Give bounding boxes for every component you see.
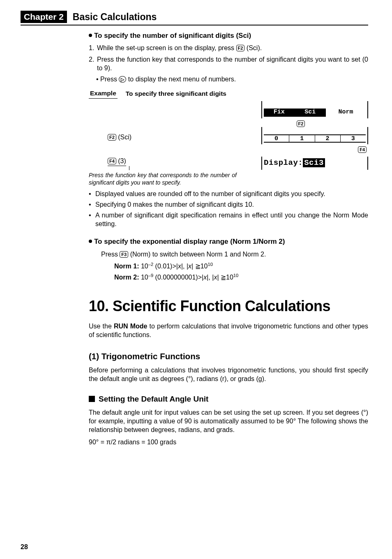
lcd-text: Display: <box>264 158 303 167</box>
chapter-title: Basic Calculations <box>73 12 157 23</box>
divider <box>21 25 368 25</box>
norm-heading-text: To specify the exponential display range… <box>94 238 285 245</box>
list-item: Specifying 0 makes the number of signifi… <box>95 200 368 209</box>
bullet-icon <box>89 240 92 243</box>
angle-body: The default angle unit for input values … <box>89 408 368 434</box>
lcd-cell: Norm <box>326 109 366 117</box>
norm2-line: Norm 2: 10–9 (0.000000001)>|x|, |x| ≧101… <box>114 273 368 282</box>
step-text: While the set-up screen is on the displa… <box>97 44 368 52</box>
trig-body: Before performing a calculations that in… <box>89 366 368 383</box>
example-row: Example To specify three significant dig… <box>89 89 368 99</box>
example-note: Press the function key that corresponds … <box>89 171 237 186</box>
lcd-cell: 0 <box>264 135 289 143</box>
key-f2: F2 <box>236 45 245 51</box>
lcd-display-1: Fix Sci Norm <box>261 101 368 118</box>
lcd-display-2: 0 1 2 3 <box>261 127 368 144</box>
lcd-text-inverted: Sci3 <box>303 158 325 167</box>
bullet-icon <box>89 34 92 37</box>
lcd-cell: 3 <box>341 135 366 143</box>
list-item: A number of significant digit specificat… <box>95 211 368 228</box>
trig-heading: (1) Trigonometric Functions <box>89 351 368 362</box>
key-f4: F4 <box>358 146 367 153</box>
key-f2: F2 <box>108 134 116 141</box>
key-f2: F2 <box>297 120 305 127</box>
angle-heading: Setting the Default Angle Unit <box>89 394 368 404</box>
key-below: F2 <box>261 119 368 128</box>
sci-steps: 1. While the set-up screen is on the dis… <box>89 44 368 72</box>
norm-heading: To specify the exponential display range… <box>89 237 368 246</box>
step-text: Press the function key that corresponds … <box>97 55 368 72</box>
lcd-cell: 1 <box>289 135 315 143</box>
lcd-cell: Sci <box>295 109 326 117</box>
norm-body: Press F3 (Norm) to switch between Norm 1… <box>101 250 368 259</box>
step-number: 1. <box>89 44 97 52</box>
page-number: 28 <box>21 543 28 551</box>
step-number: 2. <box>89 55 97 72</box>
lcd-cell: Fix <box>264 109 295 117</box>
action-suffix: (3) <box>116 157 126 164</box>
example-label: Example <box>89 89 118 99</box>
list-item: Displayed values are rounded off to the … <box>95 189 368 198</box>
norm1-line: Norm 1: 10–2 (0.01)>|x|, |x| ≧1010 <box>114 262 368 270</box>
action-suffix: (Sci) <box>116 134 131 141</box>
square-icon <box>89 396 95 402</box>
key-f4: F4 <box>108 158 116 164</box>
key-right-arrow: ▷ <box>119 76 126 83</box>
angle-formula: 90° = π/2 radians = 100 grads <box>89 438 368 446</box>
chapter-badge: Chapter 2 <box>21 11 67 23</box>
sci-heading-text: To specify the number of significant dig… <box>94 32 251 39</box>
key-below: F4 <box>261 145 368 154</box>
lcd-display-3: Display:Sci3 <box>261 157 368 170</box>
section-title: 10. Scientific Function Calculations <box>89 296 368 316</box>
connector-line <box>129 166 129 170</box>
section-intro: Use the RUN Mode to perform calculations… <box>89 322 368 339</box>
key-f3: F3 <box>120 251 128 258</box>
sub-bullet: • Press ▷ to display the next menu of nu… <box>96 75 368 83</box>
sci-heading: To specify the number of significant dig… <box>89 31 368 40</box>
chapter-header: Chapter 2 Basic Calculations <box>21 11 368 23</box>
example-text: To specify three significant digits <box>126 89 226 98</box>
lcd-cell: 2 <box>315 135 341 143</box>
